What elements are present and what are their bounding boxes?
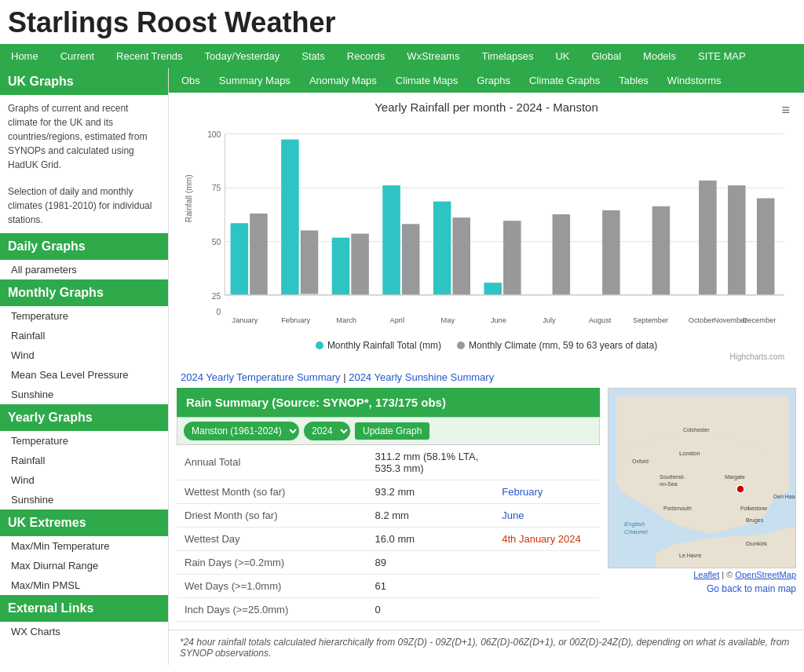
map-credit: Leaflet | © OpenStreetMap [608, 568, 796, 581]
sidebar-link-max-min-pmsl[interactable]: Max/Min PMSL [0, 575, 168, 595]
table-row: Wet Days (>=1.0mm) 61 [177, 574, 600, 597]
sidebar-link-max-diurnal[interactable]: Max Diurnal Range [0, 556, 168, 575]
chart-legend: Monthly Rainfall Total (mm) Monthly Clim… [181, 340, 792, 351]
map-credit-separator: | © [722, 570, 735, 579]
map-svg: London Southend- on-Sea Margate Colchest… [608, 389, 796, 568]
svg-rect-17 [332, 238, 350, 295]
openstreetmap-link[interactable]: OpenStreetMap [735, 570, 796, 579]
row-link[interactable]: June [494, 503, 600, 527]
svg-text:September: September [633, 316, 668, 324]
controls-row: Manston (1961-2024) 2024 Update Graph [177, 417, 600, 445]
svg-text:Portsmouth: Portsmouth [663, 506, 692, 511]
update-graph-button[interactable]: Update Graph [355, 422, 429, 440]
sidebar-link-yearly-sunshine[interactable]: Sunshine [0, 490, 168, 509]
svg-text:Channel: Channel [624, 528, 648, 535]
sidebar-link-yearly-rainfall[interactable]: Rainfall [0, 451, 168, 470]
subnav-anomaly-maps[interactable]: Anomaly Maps [300, 70, 386, 91]
back-to-main-map-link[interactable]: Go back to main map [707, 583, 796, 594]
nav-timelapses[interactable]: Timelapses [470, 44, 544, 68]
subnav-tables[interactable]: Tables [609, 70, 658, 91]
nav-wxstreams[interactable]: WxStreams [396, 44, 470, 68]
svg-text:October: October [689, 316, 714, 324]
nav-home[interactable]: Home [0, 44, 49, 68]
sidebar-link-yearly-wind[interactable]: Wind [0, 470, 168, 490]
nav-models[interactable]: Models [632, 44, 687, 68]
svg-text:English: English [624, 520, 645, 528]
svg-text:August: August [589, 316, 612, 324]
row-label: Rain Days (>=0.2mm) [177, 550, 367, 574]
svg-text:on-Sea: on-Sea [660, 481, 678, 487]
nav-today-yesterday[interactable]: Today/Yesterday [194, 44, 291, 68]
svg-text:Dunkirk: Dunkirk [746, 540, 768, 547]
bar-chart: 100 75 50 25 0 Rainfall (mm) January Feb… [181, 118, 792, 335]
subnav-climate-maps[interactable]: Climate Maps [386, 70, 467, 91]
row-label: Wettest Day [177, 527, 367, 550]
sidebar-link-monthly-temperature[interactable]: Temperature [0, 306, 168, 326]
svg-text:June: June [491, 316, 506, 324]
svg-text:Margate: Margate [725, 474, 745, 480]
svg-rect-23 [433, 202, 451, 295]
svg-text:Southend-: Southend- [660, 474, 685, 480]
legend-label-climate: Monthly Climate (mm, 59 to 63 years of d… [469, 340, 657, 351]
svg-text:50: 50 [212, 238, 221, 247]
leaflet-link[interactable]: Leaflet [693, 570, 719, 579]
svg-text:Colchester: Colchester [683, 427, 710, 433]
sidebar-link-monthly-sunshine[interactable]: Sunshine [0, 385, 168, 404]
svg-text:25: 25 [212, 292, 221, 301]
svg-text:Den Haag: Den Haag [773, 494, 796, 500]
svg-rect-31 [602, 210, 620, 295]
main-nav: Home Current Recent Trends Today/Yesterd… [0, 44, 804, 68]
footnote: *24 hour rainfall totals calculated hier… [169, 630, 804, 665]
year-select[interactable]: 2024 [304, 422, 350, 440]
sidebar-link-all-parameters[interactable]: All parameters [0, 260, 168, 279]
nav-global[interactable]: Global [581, 44, 633, 68]
row-value: 61 [367, 574, 495, 597]
nav-recent-trends[interactable]: Recent Trends [105, 44, 194, 68]
nav-current[interactable]: Current [49, 44, 105, 68]
svg-rect-26 [484, 283, 502, 294]
chart-menu-icon[interactable]: ≡ [781, 102, 790, 119]
sidebar-link-yearly-temperature[interactable]: Temperature [0, 431, 168, 451]
site-title: Starlings Roost Weather [0, 0, 804, 44]
sidebar-link-monthly-rainfall[interactable]: Rainfall [0, 326, 168, 345]
content: Obs Summary Maps Anomaly Maps Climate Ma… [169, 68, 804, 665]
row-label: Driest Month (so far) [177, 503, 367, 527]
row-link[interactable]: 4th January 2024 [494, 527, 600, 550]
row-value: 311.2 mm (58.1% LTA, 535.3 mm) [367, 445, 495, 480]
svg-text:March: March [336, 316, 356, 324]
nav-sitemap[interactable]: SITE MAP [687, 44, 757, 68]
sidebar-link-max-min-temp[interactable]: Max/Min Temperature [0, 536, 168, 556]
legend-dot-actual [316, 341, 323, 349]
sidebar: UK Graphs Graphs of current and recent c… [0, 68, 169, 665]
summary-link-temperature[interactable]: 2024 Yearly Temperature Summary [181, 371, 341, 383]
sidebar-link-monthly-wind[interactable]: Wind [0, 345, 168, 365]
sidebar-external-links-header: External Links [0, 595, 168, 622]
subnav-summary-maps[interactable]: Summary Maps [210, 70, 300, 91]
table-row: Rain Days (>=0.2mm) 89 [177, 550, 600, 574]
svg-rect-15 [301, 231, 319, 294]
row-link[interactable]: February [494, 480, 600, 503]
station-select[interactable]: Manston (1961-2024) [184, 422, 299, 440]
subnav-obs[interactable]: Obs [172, 70, 210, 91]
table-row: Wettest Month (so far) 93.2 mm February [177, 480, 600, 503]
subnav-graphs[interactable]: Graphs [467, 70, 520, 91]
summary-link-sunshine[interactable]: 2024 Yearly Sunshine Summary [349, 371, 494, 383]
subnav-climate-graphs[interactable]: Climate Graphs [520, 70, 609, 91]
nav-records[interactable]: Records [336, 44, 396, 68]
svg-text:London: London [679, 450, 700, 457]
sidebar-uk-extremes-header: UK Extremes [0, 509, 168, 536]
svg-rect-21 [402, 224, 420, 294]
svg-text:April: April [389, 316, 404, 324]
legend-item-climate: Monthly Climate (mm, 59 to 63 years of d… [457, 340, 657, 351]
row-label: Annual Total [177, 445, 367, 480]
nav-stats[interactable]: Stats [291, 44, 336, 68]
table-row: Inch Days (>=25.0mm) 0 [177, 597, 600, 621]
sidebar-link-monthly-mslp[interactable]: Mean Sea Level Pressure [0, 365, 168, 385]
svg-text:December: December [743, 316, 777, 324]
svg-text:Rainfall (mm): Rainfall (mm) [185, 174, 193, 222]
sidebar-link-wx-charts[interactable]: WX Charts [0, 622, 168, 641]
nav-uk[interactable]: UK [544, 44, 580, 68]
summary-links: 2024 Yearly Temperature Summary | 2024 Y… [169, 365, 804, 388]
table-row: Wettest Day 16.0 mm 4th January 2024 [177, 527, 600, 550]
subnav-windstorms[interactable]: Windstorms [658, 70, 731, 91]
